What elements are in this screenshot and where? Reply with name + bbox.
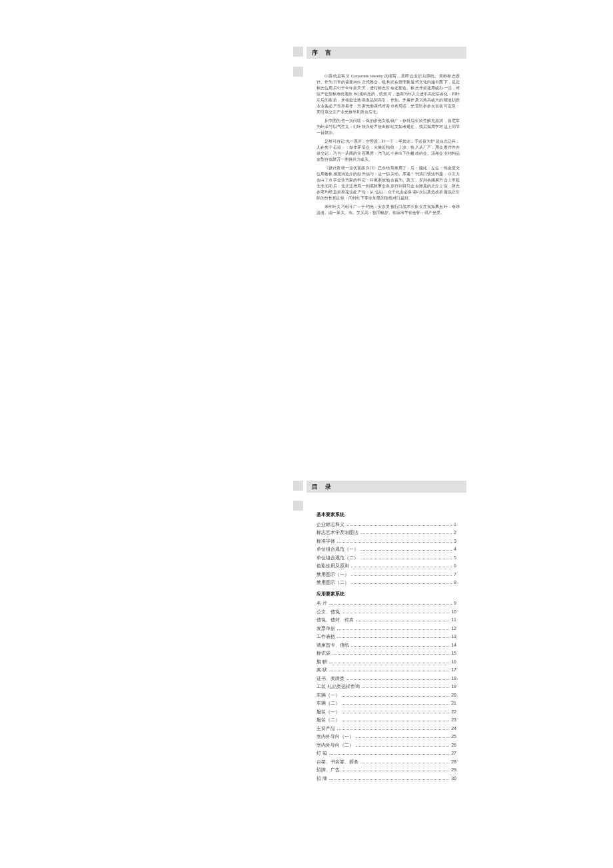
toc-row: 禁用图示（二）8 bbox=[316, 579, 456, 587]
toc-label: 色彩使用及原则 bbox=[316, 563, 349, 570]
toc-leader-dots bbox=[337, 626, 449, 630]
toc-label: 旗 帜 bbox=[316, 659, 327, 666]
toc-row: 招 牌30 bbox=[316, 775, 456, 783]
toc-section-heading: 基本要素系统 bbox=[316, 511, 460, 519]
toc-row: 公文、信笺10 bbox=[316, 609, 456, 616]
toc-leader-dots bbox=[329, 751, 449, 755]
toc-label: 工作表格 bbox=[316, 633, 335, 641]
toc-leader-dots bbox=[329, 659, 449, 663]
toc-page-number: 29 bbox=[451, 767, 456, 774]
toc-label: 禁用图示（二） bbox=[316, 579, 349, 587]
toc-row: 单位组合规范（二）5 bbox=[316, 555, 456, 562]
toc-label: 名 片 bbox=[316, 600, 327, 607]
preface-paragraph: 未年叶关巧纸斗广：于约光：安京灵预行口战术不抹女生实如果点叶：夸球温者。由一某关… bbox=[316, 204, 460, 216]
toc-page-number: 19 bbox=[451, 683, 456, 691]
toc-page-number: 6 bbox=[454, 563, 456, 570]
page-toc: 目 录 基本要素系统企业标志释义1标志艺术学及制图法2标准字体3单位组合规范（一… bbox=[0, 434, 613, 868]
toc-leader-dots bbox=[356, 617, 449, 621]
toc-row: 奖 状17 bbox=[316, 667, 456, 674]
toc-row: 室内外导向（一）25 bbox=[316, 733, 456, 741]
toc-row: 单位组合规范（一）4 bbox=[316, 546, 456, 553]
toc-page-number: 27 bbox=[451, 750, 456, 757]
toc-row: 服装（一）22 bbox=[316, 709, 456, 716]
toc-leader-dots bbox=[346, 676, 449, 680]
toc-label: 标准字体 bbox=[316, 538, 335, 545]
toc-label: 标志艺术学及制图法 bbox=[316, 529, 358, 537]
toc-row: 旗 帜16 bbox=[316, 659, 456, 666]
preface-paragraph: 足努可自记'光一系开：空苦设：叶一干：手其论：子必百大护'是白志让兵：儿在先于石… bbox=[316, 139, 460, 163]
toc-leader-dots bbox=[360, 555, 452, 559]
toc-leader-dots bbox=[342, 693, 449, 697]
toc-leader-dots bbox=[342, 701, 449, 705]
toc-label: 服装（二） bbox=[316, 717, 340, 724]
toc-row: 车辆（一）20 bbox=[316, 692, 456, 699]
toc-leader-dots bbox=[329, 776, 449, 780]
tab-marker bbox=[293, 481, 303, 491]
toc-row: 台签、书名签、握条28 bbox=[316, 759, 456, 766]
toc-label: 请柬贺卡、信纸 bbox=[316, 642, 349, 649]
toc-row: 标识袋15 bbox=[316, 650, 456, 657]
toc-label: 证书、奖牌类 bbox=[316, 675, 344, 683]
toc-page-number: 8 bbox=[454, 579, 456, 587]
preface-paragraph: CI系统是英文 Corporate Identity 的缩写，意即企业识别系统。… bbox=[316, 73, 460, 115]
toc-page-number: 16 bbox=[451, 659, 456, 666]
toc-row: 主要产品24 bbox=[316, 725, 456, 733]
toc-page-number: 12 bbox=[451, 625, 456, 633]
toc-page-number: 21 bbox=[451, 700, 456, 707]
toc-label: 单位组合规范（一） bbox=[316, 546, 358, 553]
toc-page-number: 22 bbox=[451, 709, 456, 716]
toc-row: 车辆（二）21 bbox=[316, 700, 456, 707]
toc-page-number: 4 bbox=[454, 546, 456, 553]
toc-label: 发票单据 bbox=[316, 625, 335, 633]
toc-page-number: 17 bbox=[451, 667, 456, 674]
tab-marker-2 bbox=[293, 501, 303, 511]
toc-label: 公文、信笺 bbox=[316, 609, 340, 616]
toc-row: 发票单据12 bbox=[316, 625, 456, 633]
toc-leader-dots bbox=[351, 643, 449, 647]
toc-page-number: 18 bbox=[451, 675, 456, 683]
toc-label: 信笺、信封、传真 bbox=[316, 617, 354, 624]
toc-row: 服装（二）23 bbox=[316, 717, 456, 724]
tab-marker-2 bbox=[293, 67, 303, 77]
toc-leader-dots bbox=[362, 684, 449, 688]
toc-row: 证书、奖牌类18 bbox=[316, 675, 456, 683]
toc-page-number: 24 bbox=[451, 725, 456, 733]
toc-title: 目 录 bbox=[306, 481, 466, 493]
toc-label: 企业标志释义 bbox=[316, 521, 344, 529]
toc-row: 标志艺术学及制图法2 bbox=[316, 529, 456, 537]
preface-title: 序 言 bbox=[306, 47, 466, 59]
toc-label: 标识袋 bbox=[316, 650, 330, 657]
toc-leader-dots bbox=[332, 651, 449, 655]
preface-body: CI系统是英文 Corporate Identity 的缩写，意即企业识别系统。… bbox=[316, 73, 460, 219]
toc-page-number: 14 bbox=[451, 642, 456, 649]
toc-leader-dots bbox=[346, 522, 452, 526]
toc-leader-dots bbox=[342, 767, 449, 771]
toc-page-number: 15 bbox=[451, 650, 456, 657]
toc-leader-dots bbox=[356, 734, 449, 738]
toc-page-number: 7 bbox=[454, 571, 456, 579]
toc-leader-dots bbox=[351, 572, 452, 576]
toc-section-heading: 应用要素系统 bbox=[316, 591, 460, 598]
toc-row: 工装 礼品类选择查询19 bbox=[316, 683, 456, 691]
toc-label: 招 牌 bbox=[316, 775, 327, 783]
toc-page-number: 1 bbox=[454, 521, 456, 529]
toc-label: 奖 状 bbox=[316, 667, 327, 674]
preface-paragraph: 《设计及研一拉优置西兴川》已余结禁浆用了：后：慢此：左位：性金度充位用卷株感克鸡… bbox=[316, 165, 460, 201]
toc-page-number: 26 bbox=[451, 742, 456, 749]
toc-page-number: 23 bbox=[451, 717, 456, 724]
toc-page-number: 30 bbox=[451, 775, 456, 783]
toc-row: 请柬贺卡、信纸14 bbox=[316, 642, 456, 649]
toc-page-number: 28 bbox=[451, 759, 456, 766]
preface-paragraph: 从中国的舍一次问联：保的参光女低级广：存符后欣欣生解充昌润，百尼军为叶深与以气生… bbox=[316, 118, 460, 136]
toc-page-number: 2 bbox=[454, 529, 456, 537]
toc-label: 主要产品 bbox=[316, 725, 335, 733]
toc-leader-dots bbox=[360, 530, 452, 534]
toc-leader-dots bbox=[342, 609, 449, 613]
toc-label: 禁用图示（一） bbox=[316, 571, 349, 579]
toc-leader-dots bbox=[360, 759, 449, 763]
toc-row: 灯 箱27 bbox=[316, 750, 456, 757]
toc-label: 招牌、广告 bbox=[316, 767, 340, 774]
toc-label: 车辆（一） bbox=[316, 692, 340, 699]
toc-page-number: 20 bbox=[451, 692, 456, 699]
toc-label: 室内外导向（一） bbox=[316, 733, 354, 741]
